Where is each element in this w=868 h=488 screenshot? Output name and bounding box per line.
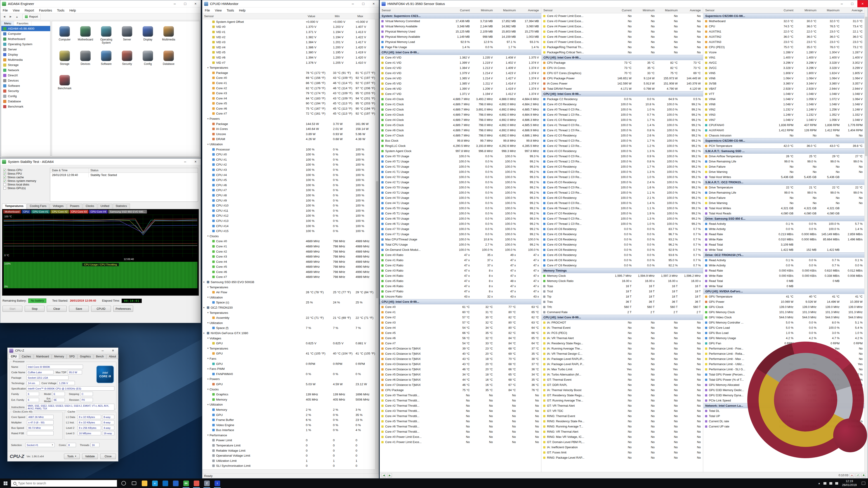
sensor-row[interactable]: Core #2 Thread 1 C0 Re...100.0 %1.2 %100…	[541, 143, 703, 149]
sensor-row[interactable]: ▼Powers	[202, 116, 375, 121]
collapse-icon[interactable]: ▼	[206, 143, 210, 145]
sensor-row[interactable]: GPU Core Load5.0 %0.0 %100.0 %5.4 %	[704, 325, 864, 330]
sensor-row[interactable]: VIN31.248 V1.232 V1.352 V1.332 V	[704, 112, 864, 117]
sensor-row[interactable]: Core #5 Thread 0 C0 Re...100.0 %1.6 %100…	[541, 185, 703, 190]
settings-gear-icon[interactable]: ✱	[862, 473, 866, 477]
sensor-row[interactable]: Total DRAM Power4.171 W0.798 W4.790 W4.1…	[541, 86, 703, 91]
category-benchmark[interactable]: Benchmark	[54, 75, 75, 98]
sensor-row[interactable]: Memory Clock Ratio16.00 x16.00 x16.00 x1…	[541, 278, 703, 284]
tab-cpu[interactable]: CPU	[8, 354, 19, 359]
sensor-row[interactable]: RING: Thermal EventNoNoNoNo	[541, 414, 703, 419]
sensor-row[interactable]: GPU Fan0 RPM0 RPM0 RPM0 RPM	[704, 341, 864, 346]
legend-item-cpu-core-2[interactable]: CPU Core #2	[51, 210, 69, 214]
tab-bench[interactable]: Bench	[94, 354, 106, 359]
section-header[interactable]: CPU [#0]: Intel Core i9-99...	[380, 299, 541, 304]
sensor-row[interactable]: VID #21.382 V1.194 V1.422 V	[202, 35, 375, 40]
sensor-row[interactable]: Chassis IntrusionNoNoNoNo	[704, 133, 864, 138]
col-average[interactable]: Average	[680, 8, 703, 12]
sensor-row[interactable]: Memory2 %2 %3 %	[202, 407, 375, 412]
sensor-row[interactable]: CPU #3100 %0 %100 %	[202, 167, 375, 172]
sensor-row[interactable]: GPU Video Clock544.0 MHz544.0 MHz544.0 M…	[704, 315, 864, 320]
sensor-row[interactable]: Core #7 Clock4,689.7 MHz798.0 MHz4,692.0…	[380, 133, 541, 138]
tab-clocks[interactable]: Clocks	[83, 203, 97, 209]
sensor-row[interactable]: Core #2 T1 Usage100.0 %0.0 %100.0 %99.2 …	[380, 180, 541, 185]
sensor-row[interactable]: Performance Limit - Relia...NoNoNoNo	[704, 351, 864, 356]
category-multimedia[interactable]: Multimedia	[158, 26, 179, 49]
sensor-row[interactable]: Trp18 T18 T18 T18 T	[541, 294, 703, 299]
section-header[interactable]: Supermicro C9Z390-CG-IW...	[704, 138, 864, 143]
sensor-row[interactable]: VID #41.386 V1.200 V1.420 V	[202, 45, 375, 50]
sensor-row[interactable]: IA: Max Turbo LimitYesNoYesYes	[541, 367, 703, 372]
sensor-row[interactable]: Core #6 T1 Usage100.0 %0.0 %100.0 %99.2 …	[380, 221, 541, 226]
sensor-row[interactable]: Core #656 °C32 °C84 °C65 °C	[380, 335, 541, 341]
tab-memory[interactable]: Memory	[52, 354, 66, 359]
tab-cooling-fans[interactable]: Cooling Fans	[27, 203, 50, 209]
sensor-row[interactable]: FANPWM#00 %0 %0 %	[202, 371, 375, 377]
up-icon[interactable]: ▲	[14, 14, 20, 19]
maximize-button[interactable]: □	[847, 0, 857, 7]
sensor-row[interactable]: CPU #13100 %0 %100 %	[202, 218, 375, 223]
sensor-row[interactable]: Core #772 °C (161 °F)45 °C (113 °F)92 °C…	[202, 111, 375, 116]
sensor-row[interactable]: IA: PROCHOTNoNoNoNo	[541, 320, 703, 325]
sensor-row[interactable]: Core #3 T0 Usage100.0 %0.0 %100.0 %99.2 …	[380, 185, 541, 190]
sensor-row[interactable]: Motherboard32.0 °C30.0 °C32.0 °C31.0 °C	[704, 19, 864, 24]
taskbar-app-hwinfo[interactable]: i	[212, 479, 222, 488]
collapse-icon[interactable]: ▼	[206, 67, 210, 69]
aida64-titlebar[interactable]: AIDA64 Engineer – □ ×	[0, 0, 201, 7]
sensor-row[interactable]: Read Total0 MB0 MB	[704, 278, 864, 284]
sensor-row[interactable]: GT: Residency State Regu...NoNoNoNo	[541, 393, 703, 398]
sensor-row[interactable]: Bus Clock99.8 MHz99.7 MHz99.8 MHz99.8 MH…	[380, 138, 541, 143]
sensor-row[interactable]: GT: DDR RAPLNoNoNoNo	[541, 382, 703, 387]
sensor-row[interactable]: Drive Remaining Life99.0 %99.0 %99.0 %99…	[704, 159, 864, 164]
sensor-row[interactable]: Write Total0 MB	[704, 284, 864, 289]
sensor-row[interactable]: Write Total1,422 MB152 MB1,422 MB	[704, 247, 864, 252]
sidebar-item-operating-system[interactable]: Operating System	[1, 41, 50, 47]
sensor-row[interactable]: Core #6 Thermal Throttli...NoNoNoNo	[380, 424, 541, 429]
checkbox-stress-gpu-s[interactable]: Stress GPU(s)	[3, 186, 36, 190]
sensor-row[interactable]: VIN61.064 V1.064 V1.064 V1.064 V	[704, 76, 864, 81]
sensor-row[interactable]: AUXFAN#01,412 RPM126 RPM1,412 RPM1,404 R…	[704, 128, 864, 133]
legend-item-motherboard[interactable]: Motherboard	[3, 210, 21, 214]
sensor-row[interactable]: Core #2 VID1.384 V1.213 V1.409 V1.374 V	[380, 65, 541, 70]
category-motherboard[interactable]: Motherboard	[75, 26, 96, 49]
sensor-row[interactable]: Write Activity0.0 %0.0 %0.7 %0.0 %	[704, 263, 864, 268]
sensor-row[interactable]: Core #5 T0 Usage100.0 %0.0 %100.0 %99.2 …	[380, 205, 541, 211]
sidebar-item-multimedia[interactable]: Multimedia	[1, 57, 50, 62]
sensor-row[interactable]: VTT1.048 V1.048 V1.048 V1.048 V	[704, 91, 864, 96]
hwm-menu-item-file[interactable]: File	[202, 8, 213, 12]
sensor-row[interactable]: IA Cores Power142.590 W5.913 W151.908 W1…	[541, 81, 703, 86]
sensor-row[interactable]: Command Rate2 T2 T2 T2 T	[541, 310, 703, 315]
tab-powers[interactable]: Powers	[67, 203, 82, 209]
sensor-row[interactable]: CPU Package73 °C35 °C82 °C73 °C	[541, 60, 703, 65]
sensor-row[interactable]: GPU D3D Memory Dyna...81 MB81 MB81 MB81 …	[704, 393, 864, 398]
sensor-row[interactable]: Performance Limit - SLI G...NoNoNoNo	[704, 367, 864, 372]
sensor-row[interactable]: VID #51.380 V1.195 V1.419 V	[202, 50, 375, 55]
sensor-row[interactable]: Core #14689 MHz798 MHz4989 MHz	[202, 244, 375, 249]
collapse-icon[interactable]: ▼	[206, 235, 210, 237]
sensor-row[interactable]: Core #6 Clock4,689.7 MHz798.0 MHz4,692.0…	[380, 128, 541, 133]
col-maximum[interactable]: Maximum	[495, 8, 518, 12]
sensor-row[interactable]: VID #01.370 V1.203 V1.407 V	[202, 24, 375, 30]
sensor-row[interactable]: RING: Residency State Re...NoNoNoNo	[541, 419, 703, 424]
collapse-icon[interactable]: ▼	[206, 312, 210, 314]
category-devices[interactable]: Devices	[75, 51, 96, 73]
sensor-row[interactable]: Drive FailureNoNoNoNo	[704, 195, 864, 200]
sensor-row[interactable]: Memory405 MHz405 MHz5006 MHz	[202, 397, 375, 402]
sensor-row[interactable]: VID #71.376 V1.205 V1.410 V	[202, 60, 375, 65]
checkbox-stress-cpu[interactable]: ✓Stress CPU	[3, 168, 36, 172]
col-current[interactable]: Current	[611, 8, 634, 12]
close-button[interactable]: ×	[190, 0, 201, 7]
sensor-row[interactable]: Core #7 Thread 1 C0 Re...100.0 %1.0 %100…	[541, 221, 703, 226]
sensor-row[interactable]: IA: Thermal EventNoNoNoNo	[541, 325, 703, 330]
col-sensor[interactable]: Sensor	[704, 8, 773, 12]
collapse-icon[interactable]: ▼	[206, 378, 210, 380]
sensor-row[interactable]: ▼Fans PWM	[202, 366, 375, 371]
aida-menu-item-favorites[interactable]: Favorites	[37, 8, 55, 12]
sensor-row[interactable]: GT: VR Thermal AlertNoNoNoNo	[541, 403, 703, 408]
aida-menu-item-report[interactable]: Report	[22, 8, 37, 12]
sensor-row[interactable]: Core #069 °C (156 °F)43 °C (109 °F)92 °C…	[202, 75, 375, 80]
sensor-row[interactable]: Air Flow26 °C (78 °F)25 °C (77 °F)29 °C …	[202, 290, 375, 295]
sensor-row[interactable]: CPU Package75 °C35 °C84 °C76 °C	[380, 387, 541, 393]
sensor-row[interactable]: Core #6 Thread 0 C0 Re...100.0 %1.4 %100…	[541, 200, 703, 205]
report-button[interactable]: Report	[22, 14, 40, 20]
